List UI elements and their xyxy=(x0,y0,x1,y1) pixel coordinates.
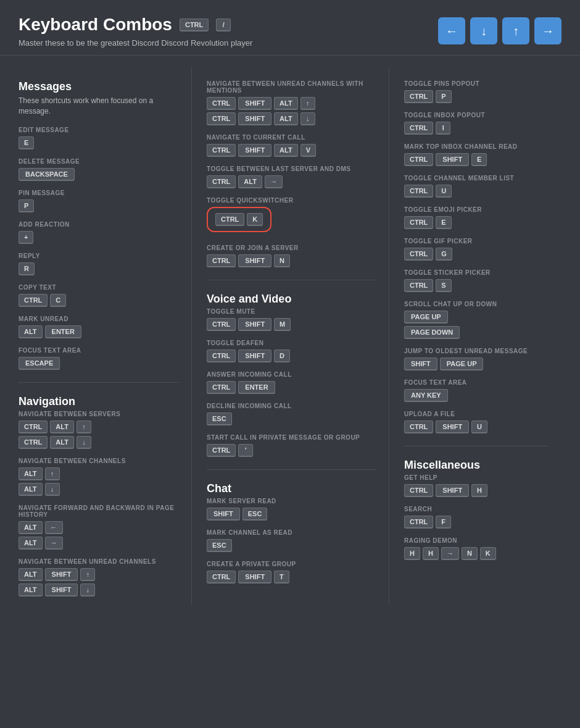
key-shift: SHIFT xyxy=(436,420,469,433)
key-ctrl: CTRL xyxy=(207,175,236,188)
shortcut-oldest-unread: JUMP TO OLDEST UNREAD MESSAGE SHIFT PAGE… xyxy=(404,348,549,370)
key-apostrophe: ' xyxy=(238,444,253,457)
arrow-right[interactable]: → xyxy=(534,17,561,44)
column-2: NAVIGATE BETWEEN UNREAD CHANNELS WITH ME… xyxy=(191,68,389,605)
title-key-ctrl: CTRL xyxy=(180,19,209,31)
arrow-down[interactable]: ↓ xyxy=(470,17,497,44)
key-shift: SHIFT xyxy=(238,254,271,267)
key-k: K xyxy=(480,547,496,560)
shortcut-nav-unread: NAVIGATE BETWEEN UNREAD CHANNELS ALT SHI… xyxy=(19,558,179,596)
label-toggle-pins: TOGGLE PINS POPOUT xyxy=(404,80,549,87)
key-m: M xyxy=(274,318,291,331)
key-k: K xyxy=(247,213,263,226)
divider-1 xyxy=(19,382,179,383)
key-i: I xyxy=(436,122,450,135)
key-shift2: SHIFT xyxy=(45,584,78,596)
key-esc: ESC xyxy=(207,539,232,552)
shortcut-create-private-group: CREATE A PRIVATE GROUP CTRL SHIFT T xyxy=(207,561,376,584)
key-h: H xyxy=(471,484,487,497)
shortcut-toggle-pins: TOGGLE PINS POPOUT CTRL P xyxy=(404,80,549,103)
label-nav-servers: NAVIGATE BETWEEN SERVERS xyxy=(19,411,179,417)
shortcut-delete-message: DELETE MESSAGE BACKSPACE xyxy=(19,158,179,181)
key-u: U xyxy=(436,185,452,198)
key-ctrl: CTRL xyxy=(207,349,236,362)
label-search: SEARCH xyxy=(404,506,549,513)
key-e: E xyxy=(436,216,451,229)
key-r: R xyxy=(19,262,35,275)
key-ctrl: CTRL xyxy=(404,216,433,229)
key-v: V xyxy=(300,144,316,157)
key-alt2: ALT xyxy=(19,483,43,496)
key-alt2: ALT xyxy=(19,537,43,550)
key-ctrl: CTRL xyxy=(19,294,48,307)
key-up: ↑ xyxy=(77,420,91,433)
label-toggle-gif: TOGGLE GIF PICKER xyxy=(404,238,549,245)
label-mark-inbox-read: MARK TOP INBOX CHANNEL READ xyxy=(404,143,549,150)
label-create-private-group: CREATE A PRIVATE GROUP xyxy=(207,561,376,567)
key-t: T xyxy=(274,571,289,584)
label-delete-message: DELETE MESSAGE xyxy=(19,158,179,165)
navigation-title: Navigation xyxy=(19,395,179,408)
arrow-left[interactable]: ← xyxy=(438,17,465,44)
shortcut-toggle-emoji: TOGGLE EMOJI PICKER CTRL E xyxy=(404,206,549,229)
key-shift: SHIFT xyxy=(238,318,271,331)
shortcut-toggle-member-list: TOGGLE CHANNEL MEMBER LIST CTRL U xyxy=(404,175,549,198)
key-alt: ALT xyxy=(19,325,43,338)
shortcut-toggle-inbox: TOGGLE INBOX POPOUT CTRL I xyxy=(404,112,549,135)
key-ctrl: CTRL xyxy=(207,97,236,110)
key-shift2: SHIFT xyxy=(238,112,271,125)
shortcut-pin-message: PIN MESSAGE P xyxy=(19,190,179,212)
key-ctrl: CTRL xyxy=(404,516,433,529)
label-nav-unread-mentions: NAVIGATE BETWEEN UNREAD CHANNELS WITH ME… xyxy=(207,80,376,94)
shortcut-raging-demon: RAGING DEMON H H → N K xyxy=(404,537,549,560)
key-ctrl: CTRL xyxy=(404,153,433,166)
title-row: Keyboard Combos CTRL / xyxy=(19,15,252,35)
label-start-call: START CALL IN PRIVATE MESSAGE OR GROUP xyxy=(207,434,376,441)
shortcut-add-reaction: ADD REACTION + xyxy=(19,221,179,244)
shortcut-nav-servers: NAVIGATE BETWEEN SERVERS CTRL ALT ↑ CTRL… xyxy=(19,411,179,449)
key-ctrl: CTRL xyxy=(404,122,433,135)
shortcut-focus-text: FOCUS TEXT AREA ESCAPE xyxy=(19,347,179,370)
shortcut-toggle-mute: TOGGLE MUTE CTRL SHIFT M xyxy=(207,308,376,331)
arrow-up[interactable]: ↑ xyxy=(502,17,529,44)
label-nav-channels: NAVIGATE BETWEEN CHANNELS xyxy=(19,458,179,464)
key-ctrl: CTRL xyxy=(207,571,236,584)
label-create-server: CREATE OR JOIN A SERVER xyxy=(207,245,376,251)
shortcut-nav-current-call: NAVIGATE TO CURRENT CALL CTRL SHIFT ALT … xyxy=(207,134,376,157)
label-toggle-emoji: TOGGLE EMOJI PICKER xyxy=(404,206,549,213)
key-shift: SHIFT xyxy=(238,97,271,110)
key-alt: ALT xyxy=(274,97,298,110)
key-p: P xyxy=(436,90,451,103)
key-ctrl: CTRL xyxy=(404,248,433,261)
shortcut-scroll-chat: SCROLL CHAT UP OR DOWN PAGE UP PAGE DOWN xyxy=(404,301,549,339)
shortcut-toggle-last-server: TOGGLE BETWEEN LAST SERVER AND DMS CTRL … xyxy=(207,165,376,188)
key-u: U xyxy=(471,420,487,433)
shortcut-focus-textarea: FOCUS TEXT AREA ANY KEY xyxy=(404,379,549,402)
label-oldest-unread: JUMP TO OLDEST UNREAD MESSAGE xyxy=(404,348,549,354)
key-shift: SHIFT xyxy=(238,571,271,584)
shortcut-toggle-gif: TOGGLE GIF PICKER CTRL G xyxy=(404,238,549,261)
key-plus: + xyxy=(19,231,33,244)
messages-title: Messages xyxy=(19,80,179,93)
shortcut-search: SEARCH CTRL F xyxy=(404,506,549,529)
shortcut-nav-history: NAVIGATE FORWARD AND BACKWARD IN PAGE HI… xyxy=(19,504,179,550)
label-mark-server-read: MARK SERVER READ xyxy=(207,498,376,504)
key-c: C xyxy=(50,294,66,307)
key-page-down: PAGE DOWN xyxy=(404,326,460,339)
key-alt2: ALT xyxy=(274,112,298,125)
shortcut-mark-unread: MARK UNREAD ALT ENTER xyxy=(19,316,179,338)
messages-desc: These shortcuts work when focused on a m… xyxy=(19,96,179,117)
label-decline-call: DECLINE INCOMING CALL xyxy=(207,403,376,409)
key-alt: ALT xyxy=(274,144,298,157)
key-page-up: PAGE UP xyxy=(440,358,484,370)
key-shift: SHIFT xyxy=(207,508,240,521)
key-shift: SHIFT xyxy=(436,153,469,166)
label-focus-textarea: FOCUS TEXT AREA xyxy=(404,379,549,386)
label-mark-channel-read: MARK CHANNEL AS READ xyxy=(207,529,376,536)
key-shift: SHIFT xyxy=(404,358,437,370)
divider-3 xyxy=(207,469,376,470)
label-answer-call: ANSWER INCOMING CALL xyxy=(207,371,376,378)
subtitle: Master these to be the greatest Discord … xyxy=(19,38,252,48)
key-left: ← xyxy=(45,521,63,534)
key-ctrl2: CTRL xyxy=(207,112,236,125)
